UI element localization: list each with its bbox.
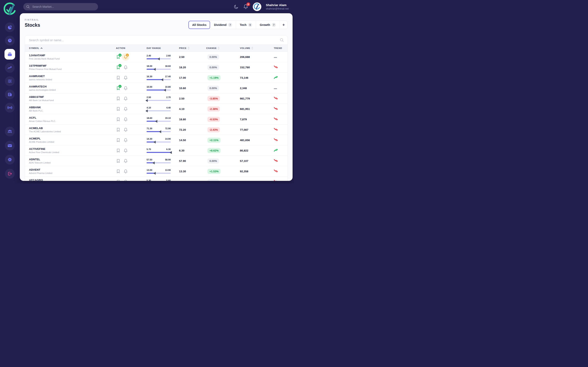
table-row[interactable]: 1JANATAMF First Janata Bank Mutual Fund … (25, 52, 287, 62)
table-search[interactable] (25, 35, 287, 44)
alert-bell-icon[interactable] (123, 179, 128, 181)
tab-all-stocks[interactable]: All Stocks (189, 21, 210, 29)
bookmark-icon[interactable] (116, 127, 121, 132)
change-badge: 0.00% (208, 65, 219, 70)
alert-bell-icon[interactable] (123, 65, 128, 69)
range-high: 13.90 (165, 169, 171, 171)
table-row[interactable]: AFCAGRO AFC Agro Biotech Ltd. (25, 176, 287, 181)
sidebar-item-live[interactable] (5, 103, 15, 113)
sidebar-item-stocks[interactable] (4, 49, 15, 59)
column-header-volume[interactable]: VOLUME (236, 47, 271, 50)
change-badge: +1.19% (208, 75, 221, 80)
alert-bell-icon[interactable] (123, 107, 128, 111)
change-cell: 0.00% (202, 65, 236, 70)
alert-bell-icon[interactable] (123, 159, 128, 163)
bookmark-icon[interactable] (116, 107, 121, 111)
tab-growth[interactable]: Growth7 (256, 21, 280, 29)
sidebar-item-history[interactable] (5, 36, 15, 45)
table-row[interactable]: AAMRANET aamra networks limited (25, 73, 287, 83)
range-high: 17.40 (165, 75, 171, 78)
bookmark-icon[interactable] (116, 75, 121, 80)
column-header-price[interactable]: PRICE (175, 47, 202, 50)
volume-cell: 77,087 (236, 128, 271, 132)
bookmark-icon[interactable] (116, 179, 121, 181)
notifications-button[interactable]: 6 (243, 4, 248, 9)
trend-down-icon (274, 96, 278, 100)
range-low: 71.30 (147, 127, 152, 130)
sidebar-item-settings[interactable] (5, 155, 15, 165)
price-cell: 2.50 (175, 55, 202, 59)
volume-value: 7,879 (240, 118, 247, 121)
alert-bell-icon[interactable]: 2 (123, 55, 128, 59)
price-cell: 72.20 (175, 128, 202, 132)
table-row[interactable]: AAMRATECH aamra technologies limited 1 (25, 83, 287, 93)
add-tab-button[interactable]: + (280, 21, 287, 29)
sidebar-item-news[interactable] (5, 90, 15, 99)
bookmark-icon[interactable] (116, 138, 121, 142)
change-cell: 0.00% (202, 86, 236, 91)
sidebar-item-dashboard[interactable] (5, 22, 15, 32)
alert-bell-icon[interactable] (123, 127, 128, 132)
alert-bell-icon[interactable] (123, 75, 128, 80)
table-row[interactable]: ACFL Aman Cotton Fibrous PLC. (25, 114, 287, 125)
alert-bell-icon[interactable] (123, 148, 128, 153)
table-row[interactable]: ADVENT Advent Pharma Limited (25, 166, 287, 176)
volume-cell: 92,358 (236, 169, 271, 173)
sidebar-item-logout[interactable] (5, 169, 15, 179)
volume-cell: 2,348 (236, 86, 271, 90)
bookmark-icon[interactable]: 1 (116, 65, 121, 69)
price-value: 17.00 (179, 76, 186, 79)
table-row[interactable]: ACTIVEFINE Active Fine Chemicals Limited (25, 145, 287, 156)
bookmark-icon[interactable] (116, 159, 121, 163)
tab-group: All StocksDividend7Tech6Growth7 (189, 21, 280, 29)
market-search-input[interactable] (32, 5, 95, 8)
volume-value: 681,951 (240, 108, 250, 110)
bookmark-count-badge: 1 (118, 84, 122, 88)
bookmark-icon[interactable] (116, 117, 121, 122)
trend-down-icon (274, 107, 278, 110)
table-search-input[interactable] (29, 38, 278, 42)
tab-dividend[interactable]: Dividend7 (210, 21, 236, 29)
dark-mode-toggle[interactable] (234, 4, 239, 9)
table-row[interactable]: ABB1STMF AB Bank 1st Mutual fund (25, 93, 287, 104)
stock-symbol: ACTIVEFINE (29, 147, 112, 150)
action-cell (112, 138, 143, 142)
tab-tech[interactable]: Tech6 (236, 21, 256, 29)
table-row[interactable]: ABBANK AB Bank PLC. 4.10 (25, 104, 287, 114)
broadcast-icon (7, 105, 12, 110)
table-row[interactable]: ACMEPL ACME Pesticides Limited (25, 135, 287, 145)
bookmark-icon[interactable] (116, 96, 121, 101)
day-range-fill (147, 131, 160, 132)
symbol-cell: ABBANK AB Bank PLC. (25, 106, 112, 112)
alert-bell-icon[interactable] (123, 86, 128, 90)
table-row[interactable]: ACMELAB The ACME Laboratories Limited (25, 125, 287, 135)
bookmark-icon[interactable]: 1 (116, 86, 121, 90)
user-name: Shahriar Alam (266, 3, 289, 7)
alert-bell-icon[interactable] (123, 138, 128, 142)
sidebar-item-community[interactable] (5, 127, 15, 136)
market-search[interactable] (23, 3, 98, 10)
bookmark-icon[interactable] (116, 148, 121, 153)
table-row[interactable]: ADNTEL ADN Telecom Limited (25, 156, 287, 166)
trend-cell (271, 149, 287, 153)
sidebar-item-messages[interactable] (5, 141, 15, 150)
bookmark-icon[interactable]: 3 (116, 55, 121, 59)
day-range-slider (147, 121, 171, 122)
alert-bell-icon[interactable] (123, 96, 128, 101)
alert-bell-icon[interactable] (123, 169, 128, 174)
price-cell: 2.50 (175, 97, 202, 100)
price-value: 10.60 (179, 87, 186, 90)
trend-cell (271, 138, 287, 142)
bookmark-icon[interactable] (116, 169, 121, 174)
avatar[interactable] (253, 2, 261, 11)
table-body: 1JANATAMF First Janata Bank Mutual Fund … (25, 52, 287, 181)
change-badge: +2.11% (208, 138, 221, 143)
alert-bell-icon[interactable] (123, 117, 128, 122)
table-row[interactable]: 1STPRIMFMF Prime Finance First Mutual Fu… (25, 62, 287, 73)
logout-icon (7, 171, 12, 176)
sidebar-item-trends[interactable] (5, 63, 15, 73)
column-header-symbol[interactable]: SYMBOL (25, 47, 112, 49)
volume-value: 481,656 (240, 139, 250, 142)
column-header-change[interactable]: CHANGE (202, 47, 236, 50)
sidebar-item-filters[interactable] (5, 76, 15, 86)
